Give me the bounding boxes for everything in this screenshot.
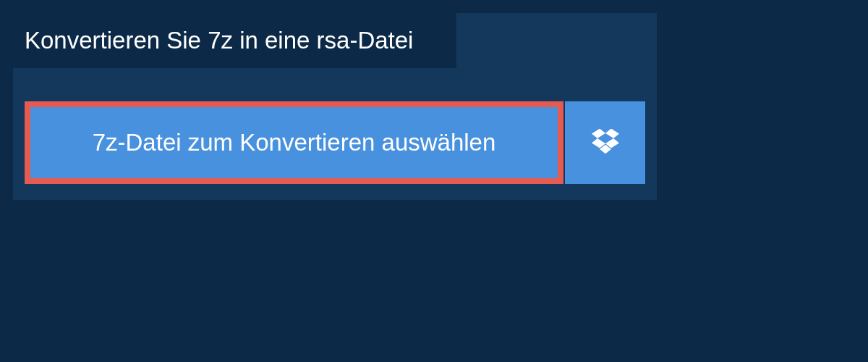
page-title: Konvertieren Sie 7z in eine rsa-Datei bbox=[25, 27, 413, 54]
select-file-label: 7z-Datei zum Konvertieren auswählen bbox=[93, 129, 496, 156]
dropbox-button[interactable] bbox=[565, 101, 645, 184]
action-row: 7z-Datei zum Konvertieren auswählen bbox=[25, 101, 645, 184]
dropbox-icon bbox=[592, 129, 619, 156]
converter-panel: Konvertieren Sie 7z in eine rsa-Datei 7z… bbox=[13, 13, 657, 200]
title-bar: Konvertieren Sie 7z in eine rsa-Datei bbox=[13, 13, 456, 68]
select-file-button[interactable]: 7z-Datei zum Konvertieren auswählen bbox=[25, 101, 563, 184]
